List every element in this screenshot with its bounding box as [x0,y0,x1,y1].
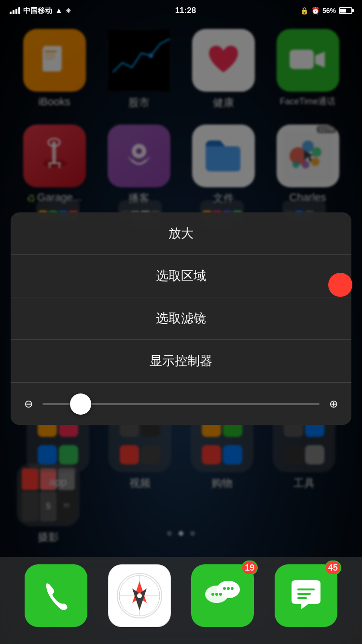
signal-icon [10,7,20,14]
svg-point-40 [231,587,234,590]
status-left: 中国移动 ▲ ✳ [10,6,71,15]
slider-track[interactable] [42,403,320,405]
svg-rect-42 [297,593,311,595]
svg-point-38 [223,587,226,590]
dock-icon-messages: 45 [275,564,337,627]
dock-icon-wechat: 19 [191,564,254,627]
context-menu: 放大 选取区域 选取滤镜 显示控制器 ⊖ ⊕ [11,212,351,425]
messages-badge: 45 [325,560,341,575]
menu-item-select-area[interactable]: 选取区域 [11,255,351,297]
wifi-icon: ▲ [55,6,63,15]
menu-item-show-controller[interactable]: 显示控制器 [11,340,351,382]
zoom-in-icon: ⊕ [329,398,338,410]
red-circle-overlay [328,273,352,297]
zoom-out-icon: ⊖ [24,398,33,410]
svg-point-39 [227,587,230,590]
bottom-dock: 19 45 [0,557,362,644]
dock-app-phone[interactable] [25,564,87,627]
wechat-badge: 19 [241,560,258,575]
menu-item-zoom[interactable]: 放大 [11,212,351,255]
dock-app-messages[interactable]: 45 [275,564,337,627]
battery-icon [339,7,352,14]
svg-point-37 [219,593,222,596]
zoom-slider[interactable]: ⊖ ⊕ [11,382,351,425]
carrier-label: 中国移动 [23,6,52,15]
menu-item-select-filter[interactable]: 选取滤镜 [11,297,351,340]
dock-app-wechat[interactable]: 19 [191,564,254,627]
svg-point-35 [211,593,214,596]
svg-rect-43 [297,597,307,599]
status-bar: 中国移动 ▲ ✳ 11:28 🔒 ⏰ 56% [0,0,362,21]
airdrop-icon: ✳ [66,7,71,14]
svg-point-32 [137,593,142,598]
svg-point-36 [215,593,218,596]
dock-icon-safari [108,564,171,627]
status-time: 11:28 [175,6,196,15]
dock-icon-phone [25,564,87,627]
alarm-icon: ⏰ [311,7,320,14]
svg-rect-41 [297,588,315,590]
slider-thumb[interactable] [70,393,91,415]
dock-app-safari[interactable] [108,564,171,627]
battery-percent: 56% [322,7,336,14]
lock-icon: 🔒 [300,7,308,14]
status-right: 🔒 ⏰ 56% [300,7,352,14]
